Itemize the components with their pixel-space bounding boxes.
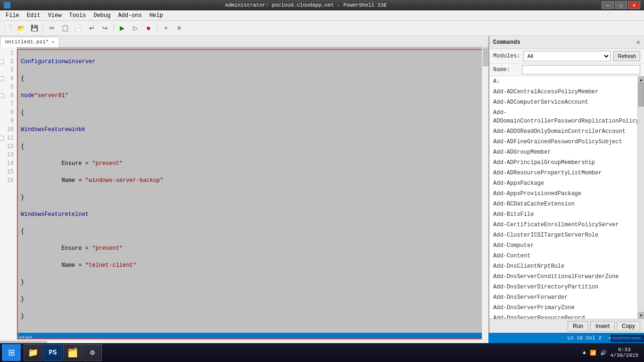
commands-scrollbar[interactable]: ▲ ▼ — [637, 76, 644, 319]
code-line-8: Name = "windows-server-backup" — [21, 176, 478, 185]
open-button[interactable]: 📂 — [15, 23, 27, 34]
cmd-item-13[interactable]: Add-ClusterICSITargetServerRole — [489, 230, 637, 240]
redo-button[interactable]: ↪ — [99, 23, 111, 34]
menu-tools[interactable]: Tools — [65, 11, 90, 20]
scroll-up-arrow[interactable]: ▲ — [638, 76, 644, 83]
collapse-btn-6[interactable]: - — [0, 93, 4, 98]
copy-button[interactable]: 📋 — [59, 23, 71, 34]
close-button[interactable]: ✕ — [628, 1, 640, 9]
line-num-5: 5 — [0, 83, 17, 91]
cmd-item-1[interactable]: Add-ADComputerServiceAccount — [489, 97, 637, 107]
app-icon — [4, 2, 10, 8]
run-selection-button[interactable]: ▷ — [129, 23, 141, 34]
line-num-8: 8 — [0, 108, 17, 117]
show-commands-button[interactable]: ≡ — [173, 23, 185, 34]
maximize-button[interactable]: □ — [615, 1, 627, 9]
toolbar-sep2 — [113, 24, 114, 33]
scroll-down-arrow[interactable]: ▼ — [638, 312, 644, 319]
code-line-6: { — [21, 142, 478, 151]
collapse-btn-11[interactable]: - — [0, 136, 4, 140]
menu-view[interactable]: View — [44, 11, 66, 20]
taskbar-file-explorer[interactable]: 📁 — [24, 344, 42, 361]
menu-edit[interactable]: Edit — [23, 11, 44, 20]
cmd-item-9[interactable]: Add-AppxProvisionedPackage — [489, 189, 637, 199]
title-bar: Administrator: pocloud.cloudapp.net - Po… — [0, 0, 644, 10]
commands-panel-close[interactable]: ✕ — [636, 38, 640, 46]
cmd-item-7[interactable]: Add-ADResourcePropertyListMember — [489, 168, 637, 178]
code-line-4: { — [21, 108, 478, 117]
taskbar-app[interactable]: ⚙ — [83, 344, 102, 361]
cmd-item-8[interactable]: Add-AppxPackage — [489, 178, 637, 189]
line-num-4: 4 - — [0, 74, 17, 83]
new-button[interactable]: 📄 — [2, 23, 14, 34]
cmd-item-10[interactable]: Add-BCDataCacheExtension — [489, 199, 637, 209]
paste-button[interactable]: 📄 — [72, 23, 84, 34]
collapse-btn-2[interactable]: - — [0, 59, 4, 64]
code-content[interactable]: Configuration winserver { node "server01… — [17, 47, 482, 339]
code-line-16: } — [21, 312, 478, 321]
stop-button[interactable]: ■ — [142, 23, 155, 34]
menu-addons[interactable]: Add-ons — [114, 11, 145, 20]
line-num-11: 11 - — [0, 134, 17, 142]
clock[interactable]: 8:33 4/30/2015 — [611, 347, 638, 358]
insert-cmd-button[interactable]: Insert — [590, 321, 615, 331]
minimize-button[interactable]: ─ — [602, 1, 614, 9]
cmd-item-16[interactable]: Add-DnsClientNrptRule — [489, 261, 637, 272]
taskbar-explorer2[interactable]: 🗂️ — [63, 344, 82, 361]
code-line-1: Configuration winserver — [21, 58, 478, 66]
tab-bar: Untitled1.ps1* ✕ — [0, 36, 488, 47]
cmd-item-21[interactable]: Add-DnsServerResourceRecord — [489, 313, 637, 319]
refresh-button[interactable]: Refresh — [613, 51, 640, 61]
cmd-item-15[interactable]: Add-Content — [489, 251, 637, 261]
cmd-item-4[interactable]: Add-ADFineGrainedPasswordPolicySubject — [489, 137, 637, 147]
run-button[interactable]: ▶ — [116, 23, 128, 34]
cmd-item-18[interactable]: Add-DnsServerDirectoryPartition — [489, 282, 637, 292]
toolbar-sep3 — [157, 24, 157, 33]
code-line-14: } — [21, 278, 478, 287]
start-button[interactable]: ⊞ — [2, 344, 21, 361]
cmd-item-20[interactable]: Add-DnsServerPrimaryZone — [489, 303, 637, 313]
line-num-10: 10 — [0, 125, 17, 134]
panel-footer: Run Insert Copy — [489, 319, 644, 333]
cmd-item-a[interactable]: A: — [489, 76, 637, 87]
toolbar-sep1 — [43, 24, 43, 33]
menu-bar: File Edit View Tools Debug Add-ons Help — [0, 10, 644, 21]
editor-scrollbar[interactable] — [482, 47, 488, 339]
main-content: Untitled1.ps1* ✕ 1 2 - 3 4 - 5 6 — [0, 36, 644, 333]
menu-debug[interactable]: Debug — [90, 11, 114, 20]
right-panel: Commands ✕ Modules: All Refresh Name: A:… — [488, 36, 644, 333]
toolbar: 📄 📂 💾 ✂ 📋 📄 ↩ ↪ ▶ ▷ ■ + ≡ — [0, 21, 644, 36]
line-num-16: 16 — [0, 176, 17, 185]
run-cmd-button[interactable]: Run — [568, 321, 588, 331]
new-tab-button[interactable]: + — [160, 23, 172, 34]
commands-scrollbar-container: A: Add-ADCentralAccessPolicyMember Add-A… — [489, 76, 644, 319]
cmd-item-11[interactable]: Add-BitsFile — [489, 209, 637, 220]
tab-close-button[interactable]: ✕ — [51, 39, 54, 45]
cmd-item-6[interactable]: Add-ADPrincipalGroupMembership — [489, 157, 637, 168]
date-display: 4/30/2015 — [611, 353, 638, 358]
commands-scroll-thumb[interactable] — [638, 83, 644, 107]
save-button[interactable]: 💾 — [28, 23, 41, 34]
collapse-btn-4[interactable]: - — [0, 76, 4, 81]
editor-tab[interactable]: Untitled1.ps1* ✕ — [0, 37, 59, 47]
cmd-item-19[interactable]: Add-DnsServerForwarder — [489, 292, 637, 303]
cmd-item-0[interactable]: Add-ADCentralAccessPolicyMember — [489, 87, 637, 97]
cmd-item-5[interactable]: Add-ADGroupMember — [489, 147, 637, 157]
cmd-item-3[interactable]: Add-ADDSReadOnlyDomainControllerAccount — [489, 126, 637, 137]
undo-button[interactable]: ↩ — [85, 23, 98, 34]
scroll-thumb[interactable] — [483, 48, 488, 66]
cmd-item-17[interactable]: Add-DnsServerConditionalForwarderZone — [489, 272, 637, 282]
code-line-11: { — [21, 227, 478, 236]
name-input[interactable] — [522, 65, 640, 74]
cmd-item-14[interactable]: Add-Computer — [489, 240, 637, 251]
line-num-12: 12 — [0, 142, 17, 151]
menu-help[interactable]: Help — [146, 11, 167, 20]
modules-select[interactable]: All — [523, 51, 611, 61]
cut-button[interactable]: ✂ — [46, 23, 58, 34]
copy-cmd-button[interactable]: Copy — [617, 321, 640, 331]
menu-file[interactable]: File — [2, 11, 23, 20]
cmd-item-12[interactable]: Add-CertificateEnrollmentPolicyServer — [489, 220, 637, 230]
taskbar-powershell[interactable]: PS — [43, 344, 62, 361]
code-line-2: { — [21, 74, 478, 83]
cmd-item-2[interactable]: Add-ADDomainControllerPasswordReplicatio… — [489, 107, 637, 126]
